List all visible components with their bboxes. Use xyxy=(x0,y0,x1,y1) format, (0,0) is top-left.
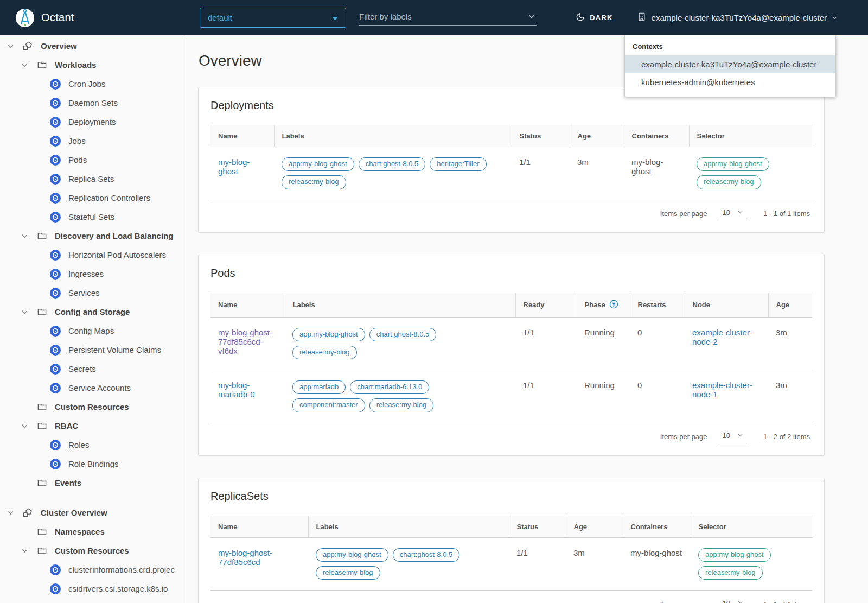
sidebar-item-horizontal-pod-autoscalers[interactable]: Horizontal Pod Autoscalers xyxy=(0,245,184,264)
sidebar-item-workloads[interactable]: Workloads xyxy=(0,55,184,74)
resource-link[interactable]: my-blog-mariadb-0 xyxy=(218,380,255,399)
label-badge[interactable]: app:my-blog-ghost xyxy=(316,548,388,562)
sidebar-item-label: Events xyxy=(55,478,81,487)
items-per-page-label: Items per page xyxy=(660,600,707,603)
column-header-phase: Phase xyxy=(577,293,630,317)
chevron-down-icon[interactable] xyxy=(7,509,15,517)
stateful-sets-icon xyxy=(50,212,61,223)
sidebar-item-label: RBAC xyxy=(55,421,78,430)
label-badge[interactable]: component:master xyxy=(292,398,365,412)
data-table: NameLabelsStatusAgeContainersSelectormy-… xyxy=(210,516,812,591)
table-cell: app:my-blog-ghostrelease:my-blog xyxy=(689,147,812,200)
sidebar-item-discovery-and-load-balancing[interactable]: Discovery and Load Balancing xyxy=(0,226,184,245)
label-badges: app:mariadbchart:mariadb-6.13.0component… xyxy=(292,380,508,417)
sidebar-item-clusterinformations-crd-projec[interactable]: clusterinformations.crd.projec xyxy=(0,560,184,579)
sidebar-item-cluster-overview[interactable]: Cluster Overview xyxy=(0,503,184,522)
selector-badge[interactable]: app:my-blog-ghost xyxy=(697,157,769,171)
sidebar-item-stateful-sets[interactable]: Stateful Sets xyxy=(0,207,184,226)
items-per-page-label: Items per page xyxy=(660,433,707,441)
sidebar-item-config-maps[interactable]: Config Maps xyxy=(0,321,184,340)
cron-jobs-icon xyxy=(50,79,61,90)
resource-link[interactable]: example-cluster-node-1 xyxy=(692,380,752,399)
sidebar-item-replica-sets[interactable]: Replica Sets xyxy=(0,169,184,188)
chevron-down-icon[interactable] xyxy=(21,422,29,430)
sidebar-item-custom-resources[interactable]: Custom Resources xyxy=(0,397,184,416)
label-badges: app:my-blog-ghostrelease:my-blog xyxy=(698,548,805,585)
label-badge[interactable]: chart:ghost-8.0.5 xyxy=(393,548,460,562)
context-menu-item[interactable]: example-cluster-ka3TuTzYo4a@example-clus… xyxy=(625,55,835,73)
filter-icon[interactable] xyxy=(609,300,618,310)
column-header-name: Name xyxy=(210,125,274,147)
chevron-down-icon[interactable] xyxy=(527,12,536,23)
label-badge[interactable]: app:mariadb xyxy=(292,380,346,394)
sidebar-item-label: Jobs xyxy=(68,136,86,145)
sidebar-item-namespaces[interactable]: Namespaces xyxy=(0,522,184,541)
sidebar-item-events[interactable]: Events xyxy=(0,473,184,492)
resource-link[interactable]: my-blog-ghost-77df85c6cd-vf6dx xyxy=(218,328,272,356)
table-cell: app:my-blog-ghostchart:ghost-8.0.5releas… xyxy=(308,537,509,590)
label-badge[interactable]: app:my-blog-ghost xyxy=(282,157,354,171)
label-badge[interactable]: release:my-blog xyxy=(282,175,346,189)
context-menu-item-label: kubernetes-admin@kubernetes xyxy=(641,78,755,87)
resource-link[interactable]: my-blog-ghost-77df85c6cd xyxy=(218,548,272,567)
sidebar-item-ingresses[interactable]: Ingresses xyxy=(0,264,184,283)
sidebar-item-replication-controllers[interactable]: Replication Controllers xyxy=(0,188,184,207)
selector-badge[interactable]: release:my-blog xyxy=(697,175,761,189)
column-header-name: Name xyxy=(210,516,308,537)
resource-link[interactable]: example-cluster-node-2 xyxy=(692,328,752,346)
sidebar-item-cron-jobs[interactable]: Cron Jobs xyxy=(0,74,184,93)
column-header-age: Age xyxy=(570,125,624,147)
context-menu-item[interactable]: kubernetes-admin@kubernetes xyxy=(625,73,835,91)
folder-icon xyxy=(36,478,47,488)
sidebar-item-role-bindings[interactable]: Role Bindings xyxy=(0,454,184,473)
sidebar-item-overview[interactable]: Overview xyxy=(0,36,184,55)
sidebar-item-rbac[interactable]: RBAC xyxy=(0,416,184,435)
label-badge[interactable]: release:my-blog xyxy=(369,398,434,412)
chevron-down-icon[interactable] xyxy=(21,308,29,316)
sidebar-item-roles[interactable]: Roles xyxy=(0,435,184,454)
sidebar-item-custom-resources[interactable]: Custom Resources xyxy=(0,541,184,560)
label-badge[interactable]: chart:ghost-8.0.5 xyxy=(359,157,426,171)
column-header-inner: Selector xyxy=(697,132,805,140)
selector-badge[interactable]: release:my-blog xyxy=(698,566,763,580)
label-badge[interactable]: release:my-blog xyxy=(316,566,380,580)
chevron-down-icon[interactable] xyxy=(21,232,29,240)
label-badge[interactable]: chart:mariadb-6.13.0 xyxy=(350,380,429,394)
label-badge[interactable]: heritage:Tiller xyxy=(430,157,486,171)
theme-toggle[interactable]: DARK xyxy=(576,12,612,23)
namespace-select[interactable]: default xyxy=(200,8,346,28)
label-badge[interactable]: release:my-blog xyxy=(292,346,357,359)
replica-sets-icon xyxy=(50,174,61,185)
filter-labels-input[interactable] xyxy=(359,9,537,26)
sidebar-item-service-accounts[interactable]: Service Accounts xyxy=(0,378,184,397)
sidebar-item-csidrivers-csi-storage-k8s-io[interactable]: csidrivers.csi.storage.k8s.io xyxy=(0,579,184,598)
items-per-page-select[interactable]: 10 xyxy=(719,598,747,603)
sidebar-item-services[interactable]: Services xyxy=(0,283,184,302)
sidebar-item-label: Custom Resources xyxy=(55,402,129,411)
sidebar-item-persistent-volume-claims[interactable]: Persistent Volume Claims xyxy=(0,340,184,359)
chevron-down-icon[interactable] xyxy=(7,42,15,50)
sidebar-item-label: Deployments xyxy=(68,117,116,126)
roles-icon xyxy=(50,440,61,450)
items-per-page-select[interactable]: 10 xyxy=(719,207,747,220)
sidebar-item-secrets[interactable]: Secrets xyxy=(0,359,184,378)
context-switcher[interactable]: example-cluster-ka3TuTzYo4a@example-clus… xyxy=(637,12,838,23)
items-per-page-select[interactable]: 10 xyxy=(719,430,747,443)
sidebar-item-deployments[interactable]: Deployments xyxy=(0,112,184,131)
column-header-node: Node xyxy=(685,293,768,317)
resource-link[interactable]: my-blog-ghost xyxy=(218,157,250,176)
column-header-label: Containers xyxy=(631,523,668,531)
sidebar-item-pods[interactable]: Pods xyxy=(0,150,184,169)
chevron-down-icon[interactable] xyxy=(21,547,29,555)
chevron-down-icon[interactable] xyxy=(21,61,29,69)
label-badge[interactable]: chart:ghost-8.0.5 xyxy=(369,328,437,341)
selector-badge[interactable]: app:my-blog-ghost xyxy=(698,548,771,562)
column-header-age: Age xyxy=(768,293,812,317)
sidebar: OverviewWorkloadsCron JobsDaemon SetsDep… xyxy=(0,35,184,603)
sidebar-item-config-and-storage[interactable]: Config and Storage xyxy=(0,302,184,321)
applications-icon xyxy=(22,41,33,52)
sidebar-item-daemon-sets[interactable]: Daemon Sets xyxy=(0,93,184,112)
items-per-page-value: 10 xyxy=(723,208,730,217)
sidebar-item-jobs[interactable]: Jobs xyxy=(0,131,184,150)
label-badge[interactable]: app:my-blog-ghost xyxy=(292,328,365,341)
